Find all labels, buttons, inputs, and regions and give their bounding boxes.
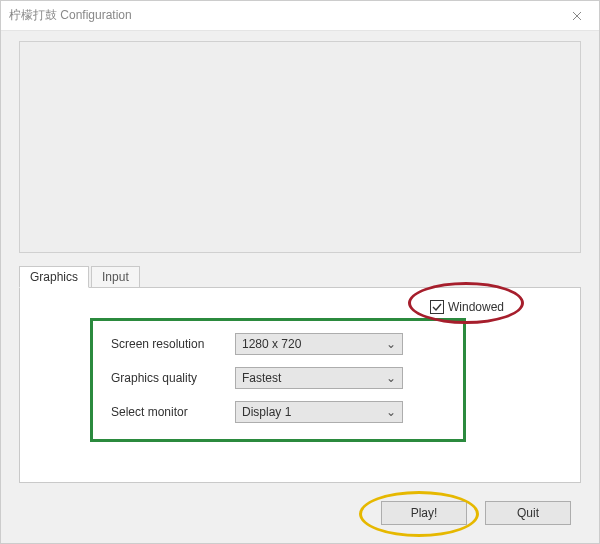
row-quality: Graphics quality Fastest ⌄ (111, 367, 445, 389)
quality-select[interactable]: Fastest ⌄ (235, 367, 403, 389)
monitor-value: Display 1 (242, 405, 291, 419)
row-resolution: Screen resolution 1280 x 720 ⌄ (111, 333, 445, 355)
window-title: 柠檬打鼓 Configuration (9, 7, 132, 24)
titlebar: 柠檬打鼓 Configuration (1, 1, 599, 31)
graphics-settings-group: Screen resolution 1280 x 720 ⌄ Graphics … (90, 318, 466, 442)
quit-button[interactable]: Quit (485, 501, 571, 525)
windowed-option[interactable]: Windowed (420, 296, 514, 318)
chevron-down-icon: ⌄ (386, 405, 396, 419)
monitor-select[interactable]: Display 1 ⌄ (235, 401, 403, 423)
windowed-label: Windowed (448, 300, 504, 314)
play-button[interactable]: Play! (381, 501, 467, 525)
preview-panel (19, 41, 581, 253)
quality-value: Fastest (242, 371, 281, 385)
close-button[interactable] (554, 1, 599, 31)
resolution-label: Screen resolution (111, 337, 235, 351)
tab-graphics[interactable]: Graphics (19, 266, 89, 288)
config-window: 柠檬打鼓 Configuration Graphics Input Screen… (0, 0, 600, 544)
row-monitor: Select monitor Display 1 ⌄ (111, 401, 445, 423)
checkmark-icon (432, 302, 442, 312)
resolution-value: 1280 x 720 (242, 337, 301, 351)
tabstrip: Graphics Input (19, 265, 581, 287)
monitor-label: Select monitor (111, 405, 235, 419)
tab-panel-graphics: Screen resolution 1280 x 720 ⌄ Graphics … (19, 287, 581, 483)
quality-label: Graphics quality (111, 371, 235, 385)
chevron-down-icon: ⌄ (386, 371, 396, 385)
close-icon (572, 11, 582, 21)
tab-input[interactable]: Input (91, 266, 140, 288)
tabs-container: Graphics Input Screen resolution 1280 x … (19, 265, 581, 483)
windowed-checkbox[interactable] (430, 300, 444, 314)
chevron-down-icon: ⌄ (386, 337, 396, 351)
resolution-select[interactable]: 1280 x 720 ⌄ (235, 333, 403, 355)
button-row: Play! Quit (381, 501, 571, 525)
